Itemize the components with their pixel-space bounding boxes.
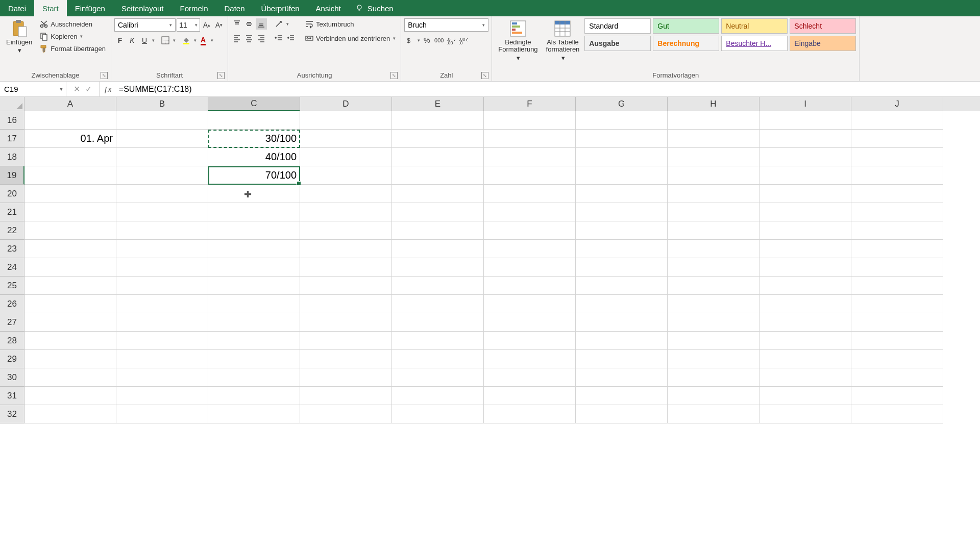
cell-A17[interactable]: 01. Apr: [24, 130, 116, 148]
cell-D18[interactable]: [300, 148, 392, 166]
cell-I16[interactable]: [760, 111, 851, 130]
cell-I32[interactable]: [760, 405, 851, 423]
font-color-button[interactable]: A: [198, 35, 209, 46]
font-launcher[interactable]: ⤡: [217, 72, 225, 79]
cell-F27[interactable]: [484, 313, 576, 332]
cell-B18[interactable]: [116, 148, 208, 166]
row-header-29[interactable]: 29: [0, 350, 24, 368]
cell-F21[interactable]: [484, 203, 576, 221]
cell-I27[interactable]: [760, 313, 851, 332]
cell-F19[interactable]: [484, 166, 576, 185]
cell-J23[interactable]: [851, 240, 943, 258]
cell-E31[interactable]: [392, 387, 484, 405]
cell-G21[interactable]: [576, 203, 668, 221]
cell-D29[interactable]: [300, 350, 392, 368]
cell-J31[interactable]: [851, 387, 943, 405]
cell-F26[interactable]: [484, 295, 576, 313]
cell-E26[interactable]: [392, 295, 484, 313]
cell-G17[interactable]: [576, 130, 668, 148]
cell-B19[interactable]: [116, 166, 208, 185]
borders-button[interactable]: [160, 35, 171, 46]
cell-E28[interactable]: [392, 332, 484, 350]
col-header-E[interactable]: E: [392, 97, 484, 111]
cell-F24[interactable]: [484, 258, 576, 277]
cell-B26[interactable]: [116, 295, 208, 313]
cell-E22[interactable]: [392, 221, 484, 240]
cell-C32[interactable]: [208, 405, 300, 423]
cell-B30[interactable]: [116, 368, 208, 387]
tell-me-search[interactable]: Suchen: [349, 0, 400, 16]
cell-E19[interactable]: [392, 166, 484, 185]
tab-einfuegen[interactable]: Einfügen: [67, 0, 113, 16]
cell-A29[interactable]: [24, 350, 116, 368]
row-header-31[interactable]: 31: [0, 387, 24, 405]
paste-button[interactable]: Einfügen ▾: [3, 18, 35, 56]
cell-A25[interactable]: [24, 277, 116, 295]
cell-E25[interactable]: [392, 277, 484, 295]
cell-E18[interactable]: [392, 148, 484, 166]
col-header-I[interactable]: I: [760, 97, 851, 111]
thousands-button[interactable]: 000: [433, 35, 445, 46]
orientation-button[interactable]: [273, 18, 284, 30]
cell-H28[interactable]: [668, 332, 760, 350]
cell-F23[interactable]: [484, 240, 576, 258]
cell-J29[interactable]: [851, 350, 943, 368]
row-header-21[interactable]: 21: [0, 203, 24, 221]
number-launcher[interactable]: ⤡: [481, 72, 488, 79]
cell-J32[interactable]: [851, 405, 943, 423]
col-header-F[interactable]: F: [484, 97, 576, 111]
cell-J24[interactable]: [851, 258, 943, 277]
cell-E17[interactable]: [392, 130, 484, 148]
increase-indent-button[interactable]: [285, 33, 297, 44]
cell-F30[interactable]: [484, 368, 576, 387]
cell-C20[interactable]: [208, 185, 300, 203]
cell-E29[interactable]: [392, 350, 484, 368]
cell-C23[interactable]: [208, 240, 300, 258]
cell-J21[interactable]: [851, 203, 943, 221]
cell-I26[interactable]: [760, 295, 851, 313]
accept-formula-button[interactable]: ✓: [85, 84, 92, 94]
cell-D19[interactable]: [300, 166, 392, 185]
merge-center-button[interactable]: Verbinden und zentrieren▾: [303, 33, 398, 44]
cell-A21[interactable]: [24, 203, 116, 221]
cell-F16[interactable]: [484, 111, 576, 130]
cell-B29[interactable]: [116, 350, 208, 368]
cell-B22[interactable]: [116, 221, 208, 240]
copy-button[interactable]: Kopieren▾: [37, 31, 108, 42]
cell-E23[interactable]: [392, 240, 484, 258]
cell-J30[interactable]: [851, 368, 943, 387]
cell-A30[interactable]: [24, 368, 116, 387]
cell-I29[interactable]: [760, 350, 851, 368]
name-box[interactable]: C19▼: [0, 82, 66, 96]
cell-J18[interactable]: [851, 148, 943, 166]
cell-E24[interactable]: [392, 258, 484, 277]
col-header-H[interactable]: H: [668, 97, 760, 111]
cell-I31[interactable]: [760, 387, 851, 405]
tab-datei[interactable]: Datei: [0, 0, 34, 16]
fill-color-button[interactable]: [181, 35, 192, 46]
cell-E32[interactable]: [392, 405, 484, 423]
cell-A26[interactable]: [24, 295, 116, 313]
cell-B16[interactable]: [116, 111, 208, 130]
cell-H29[interactable]: [668, 350, 760, 368]
row-header-19[interactable]: 19: [0, 166, 24, 185]
col-header-D[interactable]: D: [300, 97, 392, 111]
cell-styles-gallery[interactable]: Standard Gut Neutral Schlecht Ausgabe Be…: [584, 18, 856, 51]
cell-D20[interactable]: [300, 185, 392, 203]
cell-B25[interactable]: [116, 277, 208, 295]
cell-A19[interactable]: [24, 166, 116, 185]
style-neutral[interactable]: Neutral: [721, 18, 788, 34]
increase-font-button[interactable]: A▴: [201, 19, 212, 31]
cell-G31[interactable]: [576, 387, 668, 405]
cell-J22[interactable]: [851, 221, 943, 240]
cell-I25[interactable]: [760, 277, 851, 295]
cell-G30[interactable]: [576, 368, 668, 387]
cell-H30[interactable]: [668, 368, 760, 387]
format-painter-button[interactable]: Format übertragen: [37, 43, 108, 54]
cell-F18[interactable]: [484, 148, 576, 166]
cell-D22[interactable]: [300, 221, 392, 240]
cell-G27[interactable]: [576, 313, 668, 332]
currency-button[interactable]: $: [404, 35, 415, 46]
row-header-23[interactable]: 23: [0, 240, 24, 258]
cell-I20[interactable]: [760, 185, 851, 203]
